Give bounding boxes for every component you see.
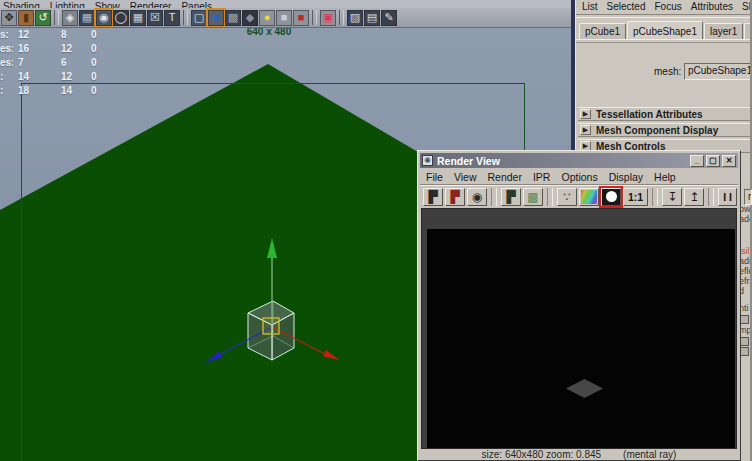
select-camera-icon[interactable]: ✥	[1, 10, 17, 26]
hud-label: :	[0, 85, 13, 96]
y-axis-arrow-icon[interactable]	[267, 238, 277, 258]
hud-label: es:	[0, 57, 13, 68]
renderer-dropdown[interactable]: mental ray	[744, 189, 752, 205]
paint-effects-icon[interactable]: ✎	[381, 10, 397, 26]
light-icon[interactable]: ●	[259, 10, 275, 26]
grid-icon[interactable]: ◈	[62, 10, 78, 26]
ae-menu-attributes[interactable]: Attributes	[691, 1, 733, 13]
rv-menu-display[interactable]: Display	[609, 171, 643, 183]
maximize-button[interactable]: ▢	[706, 155, 720, 167]
minimize-button[interactable]: _	[690, 155, 704, 167]
close-button[interactable]: ✕	[722, 155, 736, 167]
window-buttons: _▢✕	[690, 155, 736, 167]
render-canvas[interactable]	[421, 208, 737, 449]
ae-menu-selected[interactable]: Selected	[607, 1, 646, 13]
hud-value: 0	[91, 71, 97, 82]
rendered-image[interactable]	[427, 229, 735, 449]
render-view-titlebar[interactable]: ❋ Render View _▢✕	[420, 153, 738, 168]
menu-shading[interactable]: Shading	[3, 1, 40, 8]
attribute-sections: ▶Tessellation Attributes▶Mesh Component …	[578, 107, 751, 155]
render-view-toolbar: ▛▛◉▛▩∵1:1↧↥I Imental ray	[420, 185, 738, 208]
x-axis-arrow-icon[interactable]	[323, 350, 339, 360]
safe-action-icon[interactable]: ☒	[147, 10, 163, 26]
material-cube-icon[interactable]: ◆	[242, 10, 258, 26]
menu-panels[interactable]: Panels	[181, 1, 212, 8]
keep-image-icon[interactable]: ↧	[662, 188, 682, 206]
section-label: Mesh Component Display	[596, 125, 718, 136]
hud-value: 0	[91, 57, 97, 68]
renderer-status: (mental ray)	[623, 447, 676, 460]
expander-arrow-icon[interactable]: ▶	[580, 125, 591, 135]
smooth-shade-cube-icon[interactable]: ■	[208, 10, 224, 26]
selection-highlight-icon[interactable]: ▣	[320, 10, 336, 26]
hud-value: 14	[18, 71, 29, 82]
hud-label: s:	[0, 29, 13, 40]
safe-title-icon[interactable]: T	[164, 10, 180, 26]
textured-cube-icon[interactable]: ▩	[225, 10, 241, 26]
field-chart-icon[interactable]: ▦	[130, 10, 146, 26]
pause-ipr-icon[interactable]: I I	[718, 188, 737, 206]
menu-show[interactable]: Show	[95, 1, 120, 8]
render-view-menubar: FileViewRenderIPROptionsDisplayHelp	[420, 169, 738, 185]
attribute-editor-menubar: ListSelectedFocusAttributesShowHelp	[576, 0, 752, 13]
xray-icon[interactable]: ▤	[364, 10, 380, 26]
hud-value: 6	[61, 57, 67, 68]
ae-menu-list[interactable]: List	[582, 1, 598, 13]
bookmark-icon[interactable]: ▮	[18, 10, 34, 26]
hud-value: 14	[61, 85, 72, 96]
manipulator-center-handle[interactable]	[263, 318, 279, 334]
section-mesh-component-display[interactable]: ▶Mesh Component Display	[578, 123, 751, 137]
tab-pcube1[interactable]: pCube1	[579, 23, 626, 39]
redo-previous-render-icon[interactable]: ▛	[445, 188, 465, 206]
default-material-cube-icon[interactable]: ■	[276, 10, 292, 26]
hud-value: 0	[91, 43, 97, 54]
resolution-gate-icon[interactable]: ◉	[96, 10, 112, 26]
texture-map-button-icon[interactable]	[740, 337, 749, 346]
mesh-name-field[interactable]: pCubeShape1	[684, 63, 752, 80]
rv-menu-file[interactable]: File	[426, 171, 443, 183]
film-gate-icon[interactable]: ▦	[79, 10, 95, 26]
hud-label: es:	[0, 43, 13, 54]
hud-value: 18	[18, 85, 29, 96]
hud-row: :14120	[0, 71, 120, 85]
refresh-ipr-icon[interactable]: ▩	[523, 188, 543, 206]
rv-menu-ipr[interactable]: IPR	[533, 171, 551, 183]
shadow-cube-icon[interactable]: ■	[293, 10, 309, 26]
section-tessellation-attributes[interactable]: ▶Tessellation Attributes	[578, 107, 751, 121]
ae-menu-focus[interactable]: Focus	[654, 1, 681, 13]
hud-value: 12	[61, 71, 72, 82]
menu-lighting[interactable]: Lighting	[50, 1, 85, 8]
tab-layer1[interactable]: layer1	[704, 23, 743, 39]
snapshot-icon[interactable]: ◉	[467, 188, 487, 206]
menu-renderer[interactable]: Renderer	[130, 1, 172, 8]
ipr-render-icon[interactable]: ▛	[501, 188, 521, 206]
hud-value: 0	[91, 29, 97, 40]
tab-pcubeshape1[interactable]: pCubeShape1	[627, 21, 703, 39]
hud-row: s:1280	[0, 29, 120, 43]
render-current-frame-icon[interactable]: ▛	[423, 188, 443, 206]
rv-menu-render[interactable]: Render	[488, 171, 522, 183]
alpha-channel-icon[interactable]	[601, 188, 621, 206]
z-axis-arrow-icon[interactable]	[205, 351, 223, 363]
wireframe-cube-icon[interactable]: ▢	[191, 10, 207, 26]
rv-menu-view[interactable]: View	[454, 171, 477, 183]
alpha-circle	[606, 191, 617, 202]
expander-arrow-icon[interactable]: ▶	[580, 109, 591, 119]
gate-mask-icon[interactable]: ◯	[113, 10, 129, 26]
camera-bookmark-icon[interactable]: ↺	[35, 10, 51, 26]
redo-previous-ipr-icon[interactable]: ∵	[557, 188, 577, 206]
rgb-channels-icon[interactable]	[579, 188, 599, 206]
render-size-status: size: 640x480 zoom: 0.845	[482, 447, 602, 460]
render-view-statusbar: size: 640x480 zoom: 0.845 (mental ray)	[420, 447, 738, 460]
real-size-icon[interactable]: 1:1	[623, 188, 648, 206]
section-label: Tessellation Attributes	[596, 109, 703, 120]
toolbar-separator	[652, 188, 658, 206]
toolbar-separator	[183, 10, 188, 25]
rv-menu-help[interactable]: Help	[654, 171, 676, 183]
texture-map-button-icon[interactable]	[740, 315, 749, 324]
rv-menu-options[interactable]: Options	[561, 171, 597, 183]
hud-row: es:760	[0, 57, 120, 71]
texture-map-button-icon[interactable]	[740, 347, 749, 356]
remove-image-icon[interactable]: ↥	[684, 188, 704, 206]
isolate-select-icon[interactable]: ▨	[347, 10, 363, 26]
